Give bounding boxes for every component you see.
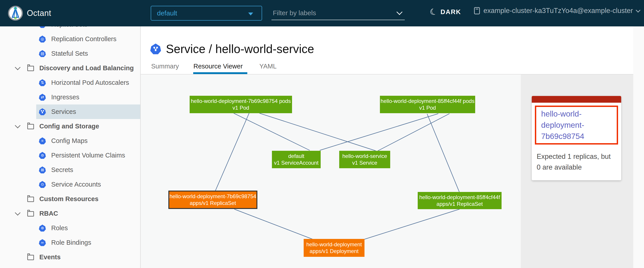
sidebar-group-discovery-and-load-balancing[interactable]: Discovery and Load Balancing (0, 61, 140, 76)
node-detail-panel: hello-world-deployment-7b69c98754 Expect… (521, 74, 633, 268)
cluster-context-selector[interactable]: example-cluster-ka3TuTzYo4a@example-clus… (474, 7, 640, 15)
sidebar-item-services[interactable]: Services (0, 104, 140, 119)
graph-node-deployment-hello-world[interactable]: hello-world-deployment apps/v1 Deploymen… (304, 239, 364, 257)
sidebar-item-ingresses[interactable]: ⇄ Ingresses (0, 90, 140, 104)
theme-toggle-button[interactable]: ☾ DARK (430, 8, 461, 16)
replicas-warning-message: Expected 1 replicas, but 0 are available (537, 151, 616, 173)
replicaset-status-card: hello-world-deployment-7b69c98754 Expect… (532, 96, 621, 180)
sidebar-item-secrets[interactable]: ⊠ Secrets (0, 163, 140, 177)
cluster-context-value: example-cluster-ka3TuTzYo4a@example-clus… (484, 7, 633, 15)
page-title: Service / hello-world-service (166, 42, 314, 56)
folder-icon (27, 211, 34, 216)
graph-node-pod-85ff4cf44f[interactable]: hello-world-deployment-85ff4cf44f pods v… (380, 96, 475, 113)
roles-icon: ⊛ (39, 224, 46, 232)
namespace-dropdown-value: default (157, 10, 177, 17)
services-icon (39, 108, 46, 115)
sidebar-item-role-bindings[interactable]: ∞ Role Bindings (0, 235, 140, 250)
page-title-row: Service / hello-world-service (150, 42, 314, 56)
tab-resource-viewer[interactable]: Resource Viewer (194, 63, 242, 70)
sidebar-item-service-accounts[interactable]: ⊙ Service Accounts (0, 177, 140, 192)
replication-controllers-icon: ◎ (39, 36, 46, 42)
sidebar-group-events[interactable]: Events (0, 250, 140, 264)
replicaset-detail-link[interactable]: hello-world-deployment-7b69c98754 (541, 108, 612, 142)
chevron-down-icon[interactable] (15, 64, 20, 70)
graph-edge (320, 114, 438, 150)
graph-node-replicaset-7b69c98754[interactable]: hello-world-deployment-7b69c98754 apps/v… (168, 190, 258, 209)
active-tab-underline (193, 72, 247, 74)
graph-node-replicaset-85ff4cf44f[interactable]: hello-world-deployment-85ff4cf44f apps/v… (418, 192, 502, 209)
ingresses-icon: ⇄ (39, 94, 46, 101)
chevron-down-icon (636, 8, 640, 12)
sidebar-item-config-maps[interactable]: ≡ Config Maps (0, 134, 140, 148)
graph-edge (260, 113, 376, 151)
resource-viewer-graph: hello-world-deployment-7b69c98754 pods v… (140, 74, 521, 268)
graph-node-service-hello-world[interactable]: hello-world-service v1 Service (339, 151, 390, 168)
cluster-icon (474, 7, 480, 14)
service-resource-icon (150, 44, 161, 54)
folder-icon (27, 124, 34, 129)
sidebar-nav-list: ▣ Replica Sets ◎ Replication Controllers… (0, 26, 140, 264)
sidebar-item-replication-controllers[interactable]: ◎ Replication Controllers (0, 32, 140, 46)
pvc-icon: ⊜ (39, 152, 46, 159)
chevron-down-icon[interactable] (15, 122, 20, 128)
folder-icon (27, 66, 34, 71)
moon-icon: ☾ (429, 7, 438, 17)
role-bindings-icon: ∞ (39, 239, 46, 246)
tab-bar: Summary Resource Viewer YAML (140, 60, 633, 74)
sidebar-group-config-and-storage[interactable]: Config and Storage (0, 119, 140, 134)
card-status-accent-bar (532, 96, 621, 103)
service-accounts-icon: ⊙ (39, 181, 46, 188)
sidebar-item-stateful-sets[interactable]: ▤ Stateful Sets (0, 46, 140, 61)
graph-edge (215, 113, 249, 191)
content-header: Service / hello-world-service Summary Re… (140, 26, 633, 74)
sidebar-item-roles[interactable]: ⊛ Roles (0, 221, 140, 235)
tab-summary[interactable]: Summary (151, 63, 179, 70)
folder-icon (27, 255, 34, 260)
chevron-down-icon[interactable] (396, 9, 402, 15)
hpa-icon: ⇅ (39, 79, 46, 86)
label-filter-input[interactable] (272, 9, 390, 17)
app-title: Octant (27, 8, 51, 18)
octant-logo-icon (8, 5, 23, 21)
graph-edge (364, 209, 460, 239)
sidebar-group-custom-resources[interactable]: Custom Resources (0, 192, 140, 206)
replica-sets-icon: ▣ (39, 26, 46, 28)
namespace-dropdown[interactable]: default (151, 6, 262, 20)
graph-edge (234, 209, 313, 239)
secrets-icon: ⊠ (39, 166, 46, 173)
sidebar-item-horizontal-pod-autoscalers[interactable]: ⇅ Horizontal Pod Autoscalers (0, 76, 140, 90)
graph-edge (378, 114, 450, 151)
graph-edge (427, 114, 459, 192)
graph-node-serviceaccount-default[interactable]: default v1 ServiceAccount (272, 151, 321, 168)
dropdown-caret-icon (248, 12, 253, 16)
sidebar-item-persistent-volume-claims[interactable]: ⊜ Persistent Volume Claims (0, 148, 140, 163)
graph-node-pod-7b69c98754[interactable]: hello-world-deployment-7b69c98754 pods v… (190, 96, 292, 113)
sidebar-nav: ▣ Replica Sets ◎ Replication Controllers… (0, 26, 141, 268)
sidebar-item-replica-sets[interactable]: ▣ Replica Sets (0, 26, 140, 32)
app-header: Octant default ☾ DARK example-cluster-ka… (0, 0, 644, 26)
label-filter (272, 6, 405, 20)
graph-edge (234, 113, 310, 150)
config-maps-icon: ≡ (39, 137, 46, 144)
stateful-sets-icon: ▤ (39, 50, 46, 57)
sidebar-group-rbac[interactable]: RBAC (0, 206, 140, 221)
tab-yaml[interactable]: YAML (260, 63, 276, 70)
theme-toggle-label: DARK (440, 8, 461, 16)
chevron-down-icon[interactable] (15, 210, 20, 216)
folder-icon (27, 197, 34, 202)
card-highlight-box: hello-world-deployment-7b69c98754 (535, 106, 618, 144)
